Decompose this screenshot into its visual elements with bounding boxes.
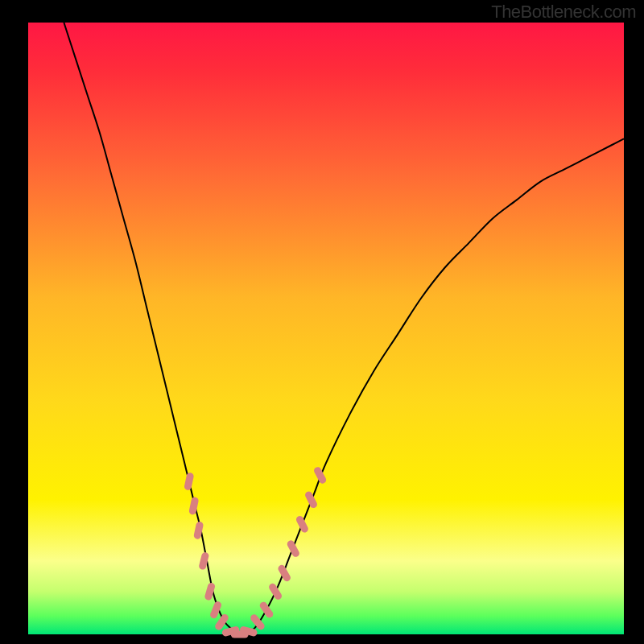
chart-svg	[0, 0, 644, 644]
watermark-text: TheBottleneck.com	[491, 2, 636, 23]
chart-gradient-area	[28, 23, 624, 634]
chart-canvas	[0, 0, 644, 644]
